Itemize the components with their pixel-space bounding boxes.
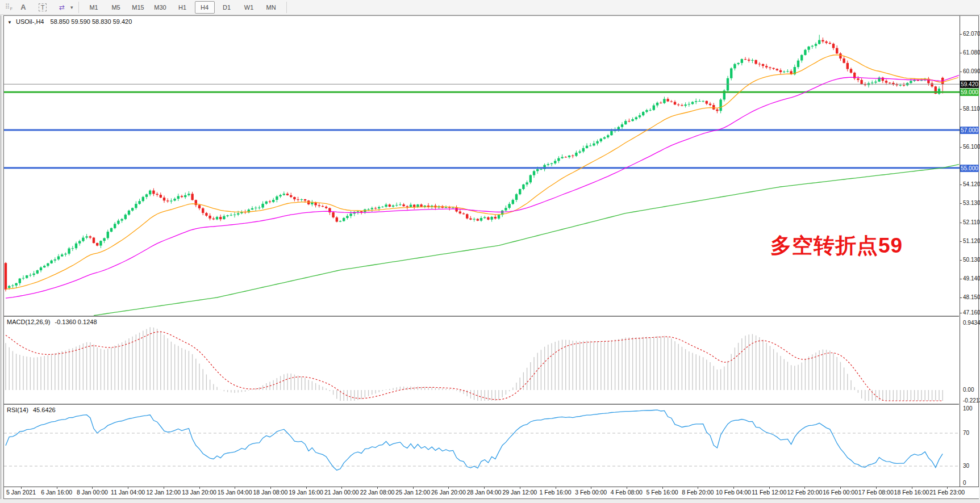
level-price-label: 59.000 [960, 89, 979, 96]
time-axis-label: 5 Jan 2021 [6, 489, 36, 496]
current-price-label: 59.420 [960, 81, 979, 88]
timeframe-button-M15[interactable]: M15 [128, 1, 148, 14]
ohlc-values: 58.850 59.590 58.830 59.420 [51, 18, 132, 25]
timeframe-button-W1[interactable]: W1 [239, 1, 259, 14]
price-tick [960, 109, 962, 110]
window-left-edge [1, 15, 1, 499]
price-tick-label: 56.100 [963, 144, 980, 150]
time-axis-label: 18 Jan 08:00 [253, 489, 288, 496]
rsi-axis-label: 30 [963, 463, 969, 469]
time-axis-label: 5 Feb 16:00 [647, 489, 678, 496]
time-axis-label: 10 Feb 04:00 [716, 489, 751, 496]
chart-title: ▼ USOil-,H4 58.850 59.590 58.830 59.420 [7, 18, 132, 25]
toolbar-separator [78, 2, 79, 13]
time-axis-label: 21 Feb 23:00 [929, 489, 965, 496]
timeframe-button-M30[interactable]: M30 [151, 1, 170, 14]
rsi-axis-label: 0 [963, 480, 966, 486]
macd-axis-label: 0.00 [963, 387, 974, 393]
timeframe-button-M5[interactable]: M5 [106, 1, 126, 14]
price-tick [960, 34, 962, 35]
time-axis-label: 25 Jan 12:00 [395, 489, 430, 496]
price-tick [960, 147, 962, 148]
macd-indicator-label: MACD(12,26,9) -0.1360 0.1248 [7, 318, 97, 325]
price-tick [960, 279, 962, 279]
price-tick-label: 50.130 [963, 257, 980, 263]
text-tool-icon[interactable]: T [34, 1, 51, 14]
price-tick [960, 297, 962, 298]
price-tick [960, 203, 962, 204]
rsi-value: 45.6426 [33, 406, 56, 413]
timeframe-button-H4[interactable]: H4 [195, 1, 215, 14]
arrows-tool-icon[interactable]: ⇄ [53, 1, 70, 14]
text-annotation[interactable]: 多空转折点59 [770, 232, 903, 260]
price-tick [960, 53, 962, 53]
time-axis-label: 12 Jan 12:00 [146, 489, 181, 496]
price-tick [960, 241, 962, 242]
time-axis-label: 12 Feb 20:00 [787, 489, 822, 496]
price-tick-label: 61.080 [963, 49, 980, 56]
timeframe-button-D1[interactable]: D1 [217, 1, 237, 14]
rsi-panel-canvas[interactable] [4, 405, 960, 487]
dropdown-caret-icon[interactable]: ▾ [70, 5, 73, 10]
macd-values: -0.1360 0.1248 [55, 318, 97, 325]
price-tick-label: 49.140 [963, 275, 980, 282]
ma-mid-line [6, 76, 959, 298]
price-tick-label: 48.150 [963, 294, 980, 300]
time-axis-label: 17 Feb 08:00 [858, 489, 894, 496]
timeframe-button-group: M1M5M15M30H1H4D1W1MN [83, 1, 282, 14]
macd-axis-label: -0.2213 [963, 397, 980, 404]
time-axis-label: 3 Feb 00:00 [575, 489, 607, 496]
top-toolbar: ⠿ F A T ⇄ ▾ M1M5M15M30H1H4D1W1MN [0, 0, 980, 15]
timeframe-button-H1[interactable]: H1 [173, 1, 193, 14]
horizontal-level-lines[interactable] [4, 84, 960, 167]
price-tick [960, 313, 962, 313]
time-axis-label: 13 Jan 20:00 [182, 489, 216, 496]
time-axis-label: 16 Feb 00:00 [823, 489, 858, 496]
price-tick-label: 52.110 [963, 219, 980, 225]
timeframe-button-M1[interactable]: M1 [84, 1, 104, 14]
time-axis-label: 15 Jan 04:00 [218, 489, 252, 496]
status-strip [0, 499, 980, 503]
panel-grip-icon[interactable]: ⠿ F [3, 2, 11, 12]
time-axis-label: 22 Jan 08:00 [360, 489, 395, 496]
level-price-label: 55.000 [960, 165, 979, 172]
toolbar-separator [286, 2, 287, 13]
price-tick-label: 60.090 [963, 68, 980, 74]
time-axis-label: 4 Feb 08:00 [611, 489, 643, 496]
rsi-axis-label: 100 [963, 405, 973, 412]
level-price-label: 57.000 [960, 127, 979, 134]
price-tick-label: 51.120 [963, 238, 980, 244]
price-tick [960, 223, 962, 223]
price-tick [960, 72, 962, 72]
price-tick [960, 260, 962, 261]
time-axis[interactable]: 5 Jan 20216 Jan 16:008 Jan 00:0011 Jan 0… [4, 487, 979, 498]
collapse-icon[interactable]: ▼ [7, 20, 12, 25]
price-tick-label: 53.130 [963, 200, 980, 206]
symbol-timeframe: USOil-,H4 [16, 18, 44, 25]
main-chart-canvas[interactable] [4, 16, 960, 316]
rsi-line [6, 410, 943, 470]
time-axis-label: 8 Feb 20:00 [682, 489, 714, 496]
time-axis-label: 29 Jan 12:00 [502, 489, 537, 496]
price-tick-label: 58.110 [963, 106, 980, 112]
time-axis-label: 6 Jan 16:00 [41, 489, 72, 496]
time-axis-label: 8 Jan 00:00 [77, 489, 108, 496]
time-axis-label: 18 Feb 16:00 [894, 489, 929, 496]
time-axis-label: 19 Jan 16:00 [289, 489, 323, 496]
rsi-indicator-label: RSI(14) 45.6426 [7, 406, 56, 413]
annotation-letter-icon[interactable]: A [15, 1, 32, 14]
time-axis-label: 11 Feb 12:00 [752, 489, 786, 496]
time-axis-label: 21 Jan 00:00 [324, 489, 359, 496]
macd-histogram [6, 327, 943, 401]
macd-panel-canvas[interactable] [4, 317, 960, 404]
time-axis-label: 26 Jan 20:00 [431, 489, 466, 496]
rsi-axis-label: 70 [963, 430, 969, 436]
price-tick-label: 62.070 [963, 31, 980, 37]
macd-axis-label: 0.9434 [963, 320, 980, 326]
time-axis-label: 11 Jan 04:00 [111, 489, 145, 496]
price-tick-label: 54.120 [963, 181, 980, 187]
time-axis-label: 28 Jan 04:00 [467, 489, 502, 496]
price-tick-label: 47.160 [963, 309, 980, 316]
timeframe-button-MN[interactable]: MN [261, 1, 281, 14]
price-tick [960, 185, 962, 185]
